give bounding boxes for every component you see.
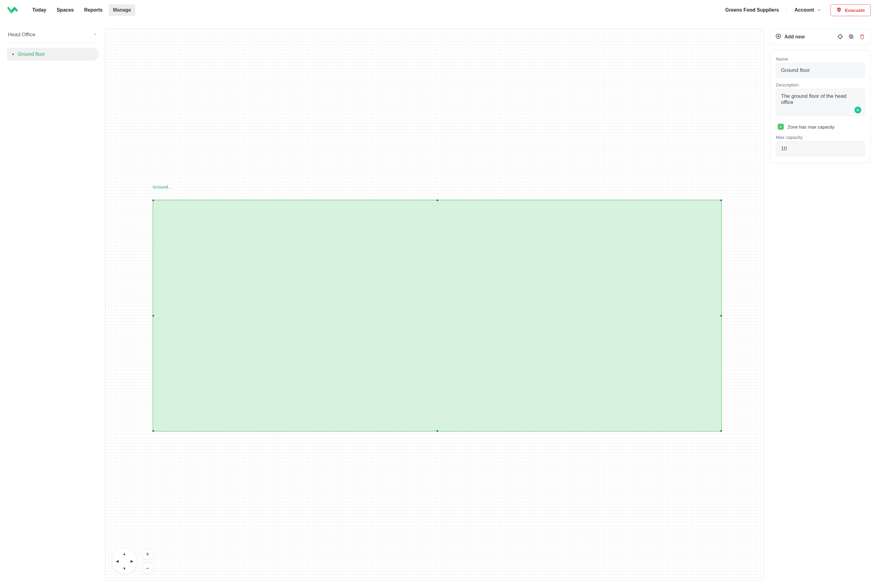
resize-handle-bc[interactable] [437,430,438,432]
floorplan-canvas[interactable]: ‹ Ground... ▲ ▼ ◀ ▶ + − [105,28,764,581]
triangle-left-icon: ◀ [116,559,119,563]
account-menu[interactable]: Account [794,6,822,15]
shield-icon [836,7,842,14]
pan-up-button[interactable]: ▲ [121,550,128,558]
name-input[interactable] [776,63,865,78]
triangle-down-icon: ▼ [123,566,126,571]
svg-rect-2 [850,36,853,38]
triangle-down-icon: ▼ [12,53,15,56]
max-capacity-field: Max capacity [776,135,865,156]
nav-spaces[interactable]: Spaces [53,4,78,16]
caret-down-icon [93,32,97,37]
description-label: Description [776,82,865,87]
account-label: Account [794,7,814,13]
top-nav: Today Spaces Reports Manage Greens Food … [0,0,878,20]
plus-icon: + [146,551,149,558]
location-select[interactable]: Head Office [8,28,99,42]
location-label: Head Office [8,32,35,38]
main: Head Office ▼ Ground floor ‹ Ground... [0,20,878,588]
floor-tree: ▼ Ground floor [8,48,99,61]
add-new-label: Add new [785,34,805,40]
nav-today[interactable]: Today [28,4,51,16]
resize-handle-tr[interactable] [720,200,722,201]
locate-button[interactable] [837,33,843,40]
zoom-in-button[interactable]: + [142,548,153,560]
logo [8,5,18,15]
trash-icon [859,34,865,40]
resize-handle-tl[interactable] [152,200,154,201]
copy-icon [848,34,854,40]
pan-down-button[interactable]: ▼ [121,565,128,572]
duplicate-button[interactable] [848,33,854,40]
triangle-up-icon: ▲ [123,552,126,556]
collapse-sidebar-toggle[interactable]: ‹ [105,301,108,308]
pan-dpad: ▲ ▼ ◀ ▶ [111,548,137,574]
pan-right-button[interactable]: ▶ [128,558,135,565]
resize-handle-tc[interactable] [437,200,438,201]
delete-button[interactable] [859,33,866,40]
nav-divider [786,7,786,13]
chevron-down-icon [817,8,821,12]
max-capacity-checkbox-label: Zone has max capacity [788,124,834,129]
resize-handle-bl[interactable] [152,430,154,432]
resize-handle-br[interactable] [720,430,722,432]
nav-reports[interactable]: Reports [80,4,107,16]
resize-handle-mr[interactable] [720,315,722,316]
add-new-button[interactable]: Add new [775,33,805,40]
max-capacity-input[interactable] [776,141,865,156]
zone-label: Ground... [153,184,172,189]
chevron-left-icon: ‹ [105,303,106,306]
triangle-right-icon: ▶ [131,559,133,563]
nav-links: Today Spaces Reports Manage [28,4,135,16]
svg-point-1 [838,35,842,38]
sidebar: Head Office ▼ Ground floor [8,28,99,581]
properties-panel: Add new Name [770,28,870,581]
pan-left-button[interactable]: ◀ [113,558,121,565]
tree-item-ground-floor[interactable]: ▼ Ground floor [8,48,99,61]
nav-manage[interactable]: Manage [108,4,135,16]
resize-handle-ml[interactable] [152,315,154,316]
max-capacity-checkbox[interactable] [778,124,784,130]
tree-item-label: Ground floor [18,51,45,57]
canvas-nav-controls: ▲ ▼ ◀ ▶ + − [111,548,153,574]
svg-rect-3 [849,35,852,38]
props-form: Name Description G Zone has max capacity… [770,50,870,163]
max-capacity-checkbox-row: Zone has max capacity [776,121,865,130]
name-field: Name [776,56,865,78]
evacuate-button[interactable]: Evacuate [830,4,870,16]
description-field: Description G [776,82,865,117]
crosshair-icon [837,33,843,40]
evacuate-label: Evacuate [845,8,865,13]
plus-circle-icon [775,33,781,40]
zone-rect[interactable] [153,200,722,431]
grammarly-icon: G [854,106,861,113]
zoom-out-button[interactable]: − [142,562,153,574]
org-name: Greens Food Suppliers [725,7,779,13]
props-toolbar: Add new [770,28,870,45]
name-label: Name [776,56,865,62]
zoom-controls: + − [142,548,153,574]
max-capacity-label: Max capacity [776,135,865,140]
description-input[interactable] [776,88,865,116]
minus-icon: − [146,565,149,572]
